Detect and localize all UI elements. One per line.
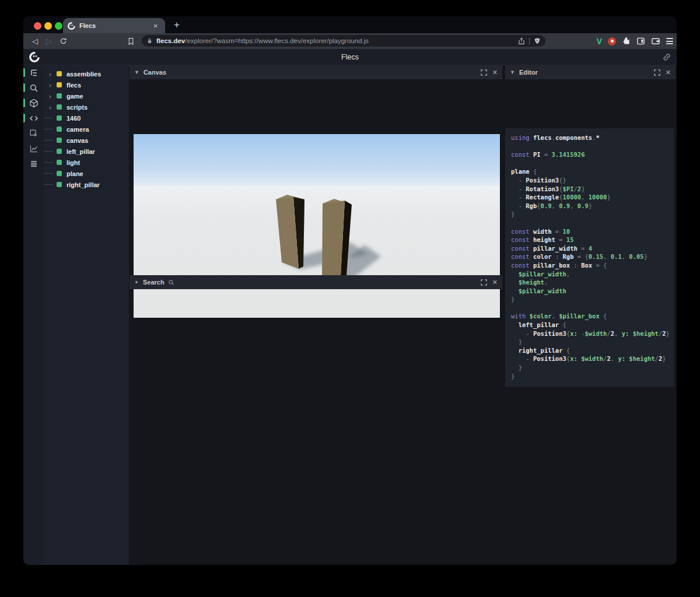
sidebar-item-inspect[interactable] — [23, 126, 44, 141]
canvas-panel-title: Canvas — [144, 69, 166, 76]
menu-icon[interactable] — [666, 38, 673, 44]
close-panel-icon[interactable]: ✕ — [492, 279, 498, 286]
code-line: const width = 10 — [511, 227, 676, 236]
canvas-3d-viewport[interactable] — [134, 134, 500, 318]
back-button[interactable]: ◁ — [28, 37, 42, 45]
new-tab-button[interactable]: + — [170, 18, 184, 32]
sidebar-item-entities[interactable] — [23, 96, 44, 111]
tree-item-canvas[interactable]: canvas — [44, 135, 129, 146]
entity-type-badge — [57, 115, 62, 121]
expand-chevron-icon[interactable]: › — [44, 71, 57, 78]
code-line: } — [511, 295, 676, 304]
expand-chevron-icon[interactable]: › — [44, 104, 57, 111]
adblock-extension-icon[interactable] — [608, 37, 616, 45]
tree-item-1460[interactable]: 1460 — [44, 113, 129, 124]
tree-item-assemblies[interactable]: ›assemblies — [44, 68, 129, 79]
active-indicator — [23, 68, 25, 77]
search-glyph-icon — [168, 279, 174, 286]
entity-type-badge — [57, 71, 62, 76]
vue-devtools-icon[interactable]: V — [597, 37, 602, 46]
chart-icon — [29, 144, 38, 153]
fullscreen-icon[interactable] — [654, 69, 660, 76]
tree-item-label: assemblies — [66, 71, 101, 78]
sidebar-item-outliner[interactable] — [23, 65, 44, 80]
collapse-chevron-icon[interactable]: ▼ — [134, 69, 139, 75]
browser-window: Flecs ✕ + ◁ ▷ flecs.dev/explorer/?wasm=h… — [23, 16, 677, 565]
app-header: Flecs — [23, 49, 677, 65]
brave-shield-icon[interactable] — [534, 37, 541, 45]
wallet-icon[interactable] — [651, 37, 660, 45]
editor-panel-header[interactable]: ▼ Editor ✕ — [505, 65, 676, 79]
canvas-panel-header[interactable]: ▼ Canvas ✕ — [130, 65, 502, 79]
tree-item-camera[interactable]: camera — [44, 124, 129, 135]
tree-item-scripts[interactable]: ›scripts — [44, 101, 129, 113]
tree-item-plane[interactable]: plane — [44, 168, 129, 179]
app-content: ›assemblies›flecs›game›scripts1460camera… — [23, 65, 677, 565]
outliner-icon — [29, 68, 38, 78]
collapse-chevron-icon[interactable]: ▼ — [510, 69, 515, 75]
bookmark-icon — [127, 37, 135, 45]
code-line: - Position3{} — [511, 176, 676, 185]
entity-type-badge — [57, 138, 62, 143]
inspect-cursor-icon — [29, 129, 38, 138]
window-minimize-button[interactable] — [44, 22, 52, 30]
sidebar-item-stats[interactable] — [23, 141, 44, 156]
tree-item-label: left_pillar — [66, 148, 95, 155]
flecs-logo — [29, 52, 40, 62]
code-line: } — [511, 210, 676, 219]
entity-tree-panel: ›assemblies›flecs›game›scripts1460camera… — [44, 65, 129, 565]
script-editor[interactable]: using flecs.components.* const PI = 3.14… — [505, 128, 676, 387]
tree-item-light[interactable]: light — [44, 157, 129, 168]
code-line: const color : Rgb = {0.15, 0.1, 0.05} — [511, 252, 676, 261]
tree-item-label: camera — [66, 126, 89, 133]
tab-close-icon[interactable]: ✕ — [151, 22, 160, 30]
close-panel-icon[interactable]: ✕ — [492, 69, 498, 76]
sidebar-item-code[interactable] — [23, 111, 44, 126]
browser-tab[interactable]: Flecs ✕ — [63, 18, 165, 33]
code-line: } — [511, 338, 676, 346]
code-line: const pillar_width = 4 — [511, 244, 676, 253]
code-line — [511, 304, 676, 312]
tree-item-flecs[interactable]: ›flecs — [44, 79, 129, 90]
search-panel-header[interactable]: Search ✕ — [130, 275, 502, 289]
sidebar-item-search[interactable] — [23, 80, 44, 96]
tree-connector — [44, 140, 53, 141]
tree-item-label: flecs — [66, 82, 81, 89]
tree-connector — [44, 184, 53, 185]
code-line: - Rectangle{10000, 10000} — [511, 193, 676, 202]
expand-chevron-icon[interactable]: › — [44, 93, 57, 100]
code-line — [511, 142, 676, 151]
sidebar-item-queries[interactable] — [23, 156, 44, 171]
close-panel-icon[interactable]: ✕ — [666, 69, 671, 76]
forward-button[interactable]: ▷ — [42, 37, 56, 45]
code-line: - Rgb{0.9, 0.9, 0.9} — [511, 202, 676, 210]
code-line: - Rotation3{$PI/2} — [511, 185, 676, 194]
code-line: const height = 15 — [511, 236, 676, 244]
fullscreen-icon[interactable] — [481, 279, 487, 286]
tree-item-label: scripts — [66, 104, 88, 111]
code-line: $pillar_width, — [511, 270, 676, 279]
code-line — [511, 219, 676, 227]
bookmark-button[interactable] — [127, 37, 135, 45]
reload-icon — [60, 37, 67, 45]
tree-item-left_pillar[interactable]: left_pillar — [44, 146, 129, 157]
reload-button[interactable] — [56, 37, 70, 45]
tree-item-label: light — [66, 159, 80, 166]
tree-item-label: game — [66, 93, 83, 100]
code-line: } — [511, 363, 676, 372]
share-icon[interactable] — [518, 37, 525, 45]
window-close-button[interactable] — [34, 22, 41, 30]
permalink-icon[interactable] — [663, 53, 671, 61]
expand-chevron-icon[interactable]: › — [44, 82, 57, 89]
url-bar[interactable]: flecs.dev/explorer/?wasm=https://www.fle… — [142, 35, 545, 47]
extensions-puzzle-icon[interactable] — [622, 37, 631, 45]
fullscreen-icon[interactable] — [481, 69, 487, 76]
collapsed-indicator-icon[interactable] — [135, 281, 138, 283]
code-line — [511, 159, 676, 168]
tree-item-label: canvas — [66, 137, 88, 144]
window-zoom-button[interactable] — [55, 22, 62, 30]
tree-item-game[interactable]: ›game — [44, 90, 129, 101]
sidebar-toggle-icon[interactable] — [636, 37, 645, 45]
tree-item-right_pillar[interactable]: right_pillar — [44, 179, 129, 190]
active-indicator — [23, 83, 25, 92]
